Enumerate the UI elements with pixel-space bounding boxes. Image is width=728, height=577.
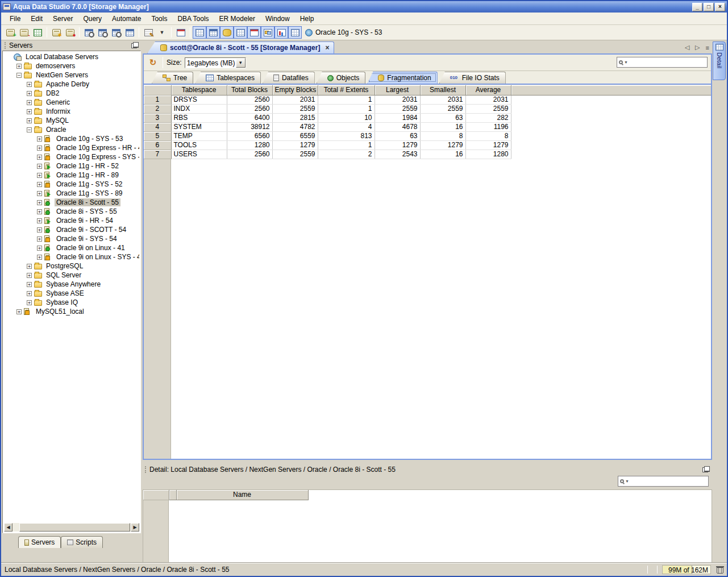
cell-empty-blocks[interactable]: 1279	[272, 140, 318, 150]
tree-item-oracle-9i-sys-54[interactable]: +Oracle 9i - SYS - 54	[4, 234, 139, 243]
menu-tools[interactable]: Tools	[146, 13, 172, 24]
cell-largest[interactable]: 2559	[375, 104, 420, 113]
tab-tree[interactable]: Tree	[152, 72, 193, 84]
cell-largest[interactable]: 2031	[375, 95, 420, 104]
expand-icon[interactable]: +	[37, 146, 42, 151]
row-number[interactable]: 1	[144, 95, 171, 104]
tree-item-oracle-9i-on-linux-41[interactable]: +Oracle 9i on Linux - 41	[4, 243, 139, 252]
expand-icon[interactable]: +	[27, 82, 32, 87]
panel-tab-servers[interactable]: Servers	[18, 536, 61, 548]
expand-icon[interactable]: +	[27, 282, 32, 287]
tree-item-oracle-10g-express-hr-45[interactable]: +Oracle 10g Express - HR - 45	[4, 143, 139, 152]
cell-tablespace[interactable]: SYSTEM	[171, 122, 227, 131]
cell-average[interactable]: 2559	[465, 104, 511, 113]
document-tab[interactable]: scott@Oracle 8i - Scott - 55 [Storage Ma…	[147, 41, 334, 53]
tree-item-informix[interactable]: +Informix	[4, 107, 139, 116]
tab-close-icon[interactable]: ×	[323, 44, 329, 52]
drop-server-button[interactable]	[17, 26, 31, 39]
cell-average[interactable]: 1279	[465, 140, 511, 150]
table-row[interactable]: 6TOOLS128012791127912791279	[144, 140, 711, 150]
tree-item-apache-derby[interactable]: +Apache Derby	[4, 80, 139, 89]
row-number[interactable]: 5	[144, 131, 171, 140]
tree-item-oracle-9i-on-linux-sys-41[interactable]: +Oracle 9i on Linux - SYS - 41	[4, 252, 139, 261]
cell-smallest[interactable]: 16	[420, 122, 465, 131]
cell-tablespace[interactable]: USERS	[171, 150, 227, 159]
expand-icon[interactable]: +	[37, 218, 42, 223]
cell-empty-blocks[interactable]: 2559	[272, 104, 318, 113]
tab-fragmentation[interactable]: Fragmentation	[367, 72, 437, 84]
cell-largest[interactable]: 4678	[375, 122, 420, 131]
row-number[interactable]: 6	[144, 140, 171, 150]
cell-largest[interactable]: 2543	[375, 150, 420, 159]
cell-smallest[interactable]: 2559	[420, 104, 465, 113]
column-header-name[interactable]: Name	[176, 490, 308, 500]
expand-icon[interactable]: +	[27, 109, 32, 114]
panel-grip[interactable]	[145, 466, 147, 473]
cell-smallest[interactable]: 63	[420, 113, 465, 122]
expand-icon[interactable]: +	[37, 136, 42, 142]
close-button[interactable]: ×	[715, 3, 725, 11]
menu-server[interactable]: Server	[48, 13, 78, 24]
column-header-smallest[interactable]: Smallest	[420, 85, 465, 95]
cell-total-extents[interactable]: 2	[318, 150, 375, 159]
cell-total-blocks[interactable]: 6560	[227, 131, 272, 140]
cell-tablespace[interactable]: DRSYS	[171, 95, 227, 104]
expand-icon[interactable]: +	[37, 246, 42, 251]
tree-item-demoservers[interactable]: +demoservers	[4, 61, 139, 70]
scroll-right-icon[interactable]: ▶	[131, 523, 139, 532]
next-tab-icon[interactable]: ▷	[695, 44, 700, 51]
cell-total-blocks[interactable]: 38912	[227, 122, 272, 131]
menu-help[interactable]: Help	[295, 13, 319, 24]
cell-largest[interactable]: 63	[375, 131, 420, 140]
tree-item-oracle-9i-hr-54[interactable]: +Oracle 9i - HR - 54	[4, 216, 139, 225]
table-row[interactable]: 3RBS6400281510198463282	[144, 113, 711, 122]
column-header-largest[interactable]: Largest	[375, 85, 420, 95]
menu-automate[interactable]: Automate	[107, 13, 146, 24]
cell-total-blocks[interactable]: 6400	[227, 113, 272, 122]
cell-total-extents[interactable]: 813	[318, 131, 375, 140]
expand-icon[interactable]: +	[27, 264, 32, 269]
float-panel-icon[interactable]	[702, 466, 710, 473]
query-analyzer-grid-button[interactable]	[109, 26, 123, 39]
schedule-view-button[interactable]	[247, 26, 261, 39]
expand-icon[interactable]: +	[37, 227, 42, 233]
memory-usage-indicator[interactable]: 99M of 162M	[662, 565, 711, 574]
expand-icon[interactable]: +	[37, 200, 42, 205]
script-dropdown-button[interactable]: ▼	[155, 26, 169, 39]
column-header-average[interactable]: Average	[465, 85, 511, 95]
expand-icon[interactable]: +	[16, 309, 22, 314]
tree-item-mysql51-local[interactable]: +MySQL51_local	[4, 307, 139, 316]
expand-icon[interactable]: +	[16, 64, 22, 69]
row-number[interactable]: 3	[144, 113, 171, 122]
expand-icon[interactable]: +	[37, 182, 42, 187]
tree-item-oracle-11g-sys-89[interactable]: +Oracle 11g - SYS - 89	[4, 189, 139, 198]
cell-average[interactable]: 2031	[465, 95, 511, 104]
expand-icon[interactable]: +	[27, 100, 32, 105]
expand-icon[interactable]: +	[27, 300, 32, 305]
row-number[interactable]: 2	[144, 104, 171, 113]
cell-smallest[interactable]: 16	[420, 150, 465, 159]
cell-largest[interactable]: 1279	[375, 140, 420, 150]
tree-item-sql-server[interactable]: +SQL Server	[4, 271, 139, 280]
cell-total-extents[interactable]: 1	[318, 95, 375, 104]
tree-item-oracle-10g-express-sys-45[interactable]: +Oracle 10g Express - SYS - 45	[4, 152, 139, 161]
cell-total-blocks[interactable]: 1280	[227, 140, 272, 150]
cell-empty-blocks[interactable]: 2031	[272, 95, 318, 104]
tree-item-oracle-8i-sys-55[interactable]: +Oracle 8i - SYS - 55	[4, 207, 139, 216]
scroll-thumb[interactable]	[19, 523, 130, 532]
scroll-left-icon[interactable]: ◀	[4, 523, 13, 532]
panel-tab-scripts[interactable]: Scripts	[61, 536, 103, 548]
register-server-button[interactable]	[3, 26, 17, 39]
tab-file-io-stats[interactable]: 010File IO Stats	[439, 72, 506, 84]
grid-search-input[interactable]: ▼	[617, 57, 708, 68]
connect-server-button[interactable]	[49, 26, 63, 39]
cell-total-extents[interactable]: 1	[318, 140, 375, 150]
cell-total-blocks[interactable]: 2560	[227, 95, 272, 104]
cell-smallest[interactable]: 8	[420, 131, 465, 140]
table-row[interactable]: 5TEMP656065598136388	[144, 131, 711, 140]
tree-item-oracle-11g-hr-89[interactable]: +Oracle 11g - HR - 89	[4, 171, 139, 180]
prev-tab-icon[interactable]: ◁	[685, 44, 689, 51]
table-row[interactable]: 7USERS2560255922543161280	[144, 150, 711, 159]
table-row[interactable]: 1DRSYS256020311203120312031	[144, 95, 711, 104]
minimize-button[interactable]: _	[692, 3, 702, 11]
